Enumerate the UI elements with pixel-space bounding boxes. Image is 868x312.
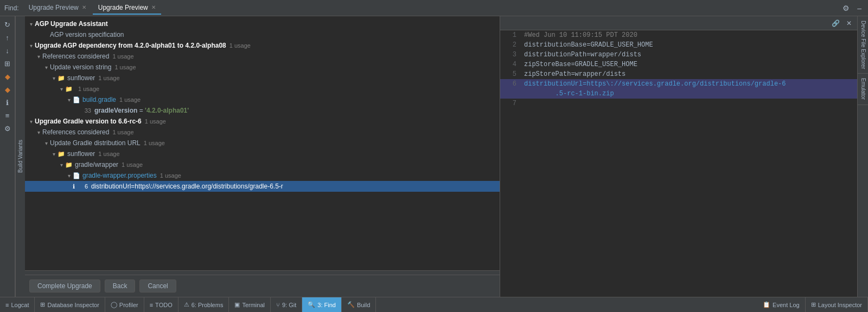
tree-item-upgrade-gradle[interactable]: ▾ Upgrade Gradle version to 6.6-rc-6 1 u… bbox=[25, 116, 500, 127]
tab-close-1[interactable]: ✕ bbox=[82, 4, 86, 10]
arrow-gradle-wrapper[interactable]: ▾ bbox=[58, 162, 65, 168]
left-sidebar: ↻ ↑ ↓ ⊞ ◆ ◆ ℹ ≡ ⚙ bbox=[0, 16, 15, 297]
grid-icon[interactable]: ⊞ bbox=[2, 57, 14, 69]
editor-toolbar: 🔗 ✕ bbox=[500, 16, 857, 30]
arrow-props[interactable]: ▾ bbox=[65, 173, 73, 179]
tree-item-build-gradle[interactable]: ▾ 📄 build.gradle 1 usage bbox=[25, 94, 500, 105]
status-terminal[interactable]: ▣ Terminal bbox=[229, 297, 271, 312]
update-gradle-url-text: Update Gradle distribution URL bbox=[50, 139, 141, 147]
folder-icon-1: 📁 bbox=[58, 75, 65, 82]
build-gradle-text: build.gradle bbox=[82, 96, 116, 103]
cancel-button[interactable]: Cancel bbox=[139, 280, 176, 292]
arrow-sunflower2[interactable]: ▾ bbox=[50, 151, 58, 157]
tree-item-code-gradle-version[interactable]: 33 gradleVersion = '4.2.0-alpha01' bbox=[25, 105, 500, 116]
tree-item-gradle-wrapper-props[interactable]: ▾ 📄 gradle-wrapper.properties 1 usage bbox=[25, 170, 500, 181]
tree-item-sunflower1[interactable]: ▾ 📁 sunflower 1 usage bbox=[25, 73, 500, 83]
build-label: Build bbox=[357, 302, 370, 308]
minimize-button[interactable]: – bbox=[855, 3, 864, 14]
arrow-agp[interactable]: ▾ bbox=[27, 21, 35, 27]
settings-button[interactable]: ⚙ bbox=[840, 3, 852, 14]
arrow-refs2[interactable]: ▾ bbox=[35, 129, 42, 135]
line-num-7: 7 bbox=[500, 99, 522, 108]
status-event-log[interactable]: 📋 Event Log bbox=[757, 297, 806, 312]
tree-item-gradle-wrapper[interactable]: ▾ 📁 gradle/wrapper 1 usage bbox=[25, 159, 500, 170]
status-build[interactable]: 🔨 Build bbox=[342, 297, 376, 312]
up-icon[interactable]: ↑ bbox=[2, 31, 14, 43]
sunflower2-usage: 1 usage bbox=[98, 151, 119, 157]
arrow-url[interactable]: ▾ bbox=[42, 140, 50, 146]
emulator-label[interactable]: Emulator bbox=[858, 74, 868, 105]
arrow-empty bbox=[42, 32, 50, 38]
refresh-icon[interactable]: ↻ bbox=[2, 18, 14, 30]
tree-item-agp-version[interactable]: AGP version specification bbox=[25, 29, 500, 40]
gradle-version-code: gradleVersion = '4.2.0-alpha01' bbox=[94, 107, 189, 114]
tree-item-refs2[interactable]: ▾ References considered 1 usage bbox=[25, 127, 500, 138]
upgrade-gradle-text: Upgrade Gradle version to 6.6-rc-6 bbox=[35, 118, 142, 125]
build-icon: 🔨 bbox=[347, 301, 355, 308]
tree-item-folder-unnamed[interactable]: ▾ 📁 1 usage bbox=[25, 83, 500, 94]
file-icon-1: 📄 bbox=[73, 96, 80, 103]
tab-bar: Find: Upgrade Preview ✕ Upgrade Preview … bbox=[0, 0, 868, 16]
tab-label-2: Upgrade Preview bbox=[98, 4, 148, 11]
right-side-panel: Device File Explorer Emulator bbox=[857, 16, 868, 297]
horizontal-scrollbar[interactable] bbox=[25, 270, 500, 275]
sunflower2-text: sunflower bbox=[67, 150, 95, 158]
code-body-1: #Wed Jun 10 11:09:15 PDT 2020 bbox=[522, 30, 857, 40]
tree-item-refs-considered[interactable]: ▾ References considered 1 usage bbox=[25, 51, 500, 62]
tab-close-2[interactable]: ✕ bbox=[151, 4, 156, 10]
status-git[interactable]: ⑂ 9: Git bbox=[271, 297, 302, 312]
status-problems[interactable]: ⚠ 6: Problems bbox=[178, 297, 229, 312]
status-logcat[interactable]: ≡ Logcat bbox=[0, 297, 35, 312]
tab-upgrade-preview-2[interactable]: Upgrade Preview ✕ bbox=[93, 2, 161, 15]
main-area: ↻ ↑ ↓ ⊞ ◆ ◆ ℹ ≡ ⚙ Build Variants ▾ AGP U… bbox=[0, 16, 868, 297]
status-profiler[interactable]: ◯ Profiler bbox=[105, 297, 144, 312]
status-database-inspector[interactable]: ⊞ Database Inspector bbox=[35, 297, 105, 312]
line-num-2: 2 bbox=[500, 40, 522, 50]
arrow-refs[interactable]: ▾ bbox=[35, 54, 42, 60]
editor-close-button[interactable]: ✕ bbox=[844, 18, 854, 28]
code-body-7 bbox=[522, 99, 857, 108]
tree-item-dist-url[interactable]: ℹ 6 distributionUrl=https\://services.gr… bbox=[25, 181, 500, 192]
arrow-folder-unnamed[interactable]: ▾ bbox=[58, 86, 65, 92]
arrow-upgrade-gradle[interactable]: ▾ bbox=[27, 119, 35, 125]
diamond-icon-1[interactable]: ◆ bbox=[2, 70, 14, 82]
find-icon: 🔍 bbox=[308, 301, 315, 308]
tree-item-update-version[interactable]: ▾ Update version string 1 usage bbox=[25, 62, 500, 73]
folder-icon-4: 📁 bbox=[65, 161, 73, 168]
refs-usage: 1 usage bbox=[112, 53, 133, 60]
arrow-sunflower1[interactable]: ▾ bbox=[50, 75, 58, 81]
tree-item-sunflower2[interactable]: ▾ 📁 sunflower 1 usage bbox=[25, 148, 500, 159]
complete-upgrade-button[interactable]: Complete Upgrade bbox=[29, 280, 100, 292]
device-file-explorer-label[interactable]: Device File Explorer bbox=[858, 16, 868, 74]
sunflower1-usage: 1 usage bbox=[98, 75, 119, 81]
gradle-wrapper-usage: 1 usage bbox=[122, 161, 143, 168]
build-variants-label[interactable]: Build Variants bbox=[15, 16, 25, 297]
terminal-label: Terminal bbox=[242, 302, 265, 308]
build-gradle-usage: 1 usage bbox=[119, 96, 141, 103]
update-version-usage: 1 usage bbox=[114, 64, 136, 70]
arrow-build-gradle[interactable]: ▾ bbox=[65, 97, 73, 103]
info-icon[interactable]: ℹ bbox=[2, 96, 14, 108]
git-label: 9: Git bbox=[282, 302, 296, 308]
down-icon[interactable]: ↓ bbox=[2, 44, 14, 56]
editor-link-button[interactable]: 🔗 bbox=[829, 18, 842, 28]
diamond-icon-2[interactable]: ◆ bbox=[2, 83, 14, 95]
gear-icon[interactable]: ⚙ bbox=[2, 122, 14, 134]
tree-item-agp-header[interactable]: ▾ AGP Upgrade Assistant bbox=[25, 18, 500, 29]
build-variants-text: Build Variants bbox=[17, 140, 23, 173]
status-find[interactable]: 🔍 3: Find bbox=[302, 297, 342, 312]
gradle-props-text: gradle-wrapper.properties bbox=[82, 172, 157, 179]
back-button[interactable]: Back bbox=[105, 280, 136, 292]
arrow-upgrade-agp[interactable]: ▾ bbox=[27, 43, 35, 49]
status-layout-inspector[interactable]: ⊞ Layout Inspector bbox=[806, 297, 868, 312]
status-todo[interactable]: ≡ TODO bbox=[144, 297, 178, 312]
tab-upgrade-preview-1[interactable]: Upgrade Preview ✕ bbox=[23, 2, 92, 15]
agp-header-text: AGP Upgrade Assistant bbox=[35, 20, 108, 28]
arrow-update-ver[interactable]: ▾ bbox=[42, 64, 50, 70]
code-line-1: 1 #Wed Jun 10 11:09:15 PDT 2020 bbox=[500, 30, 857, 40]
tree-item-update-gradle-url[interactable]: ▾ Update Gradle distribution URL 1 usage bbox=[25, 138, 500, 148]
list-icon[interactable]: ≡ bbox=[2, 109, 14, 121]
tree-item-upgrade-agp[interactable]: ▾ Upgrade AGP dependency from 4.2.0-alph… bbox=[25, 40, 500, 51]
folder-icon-2: 📁 bbox=[65, 86, 73, 93]
layout-inspector-label: Layout Inspector bbox=[818, 302, 862, 308]
